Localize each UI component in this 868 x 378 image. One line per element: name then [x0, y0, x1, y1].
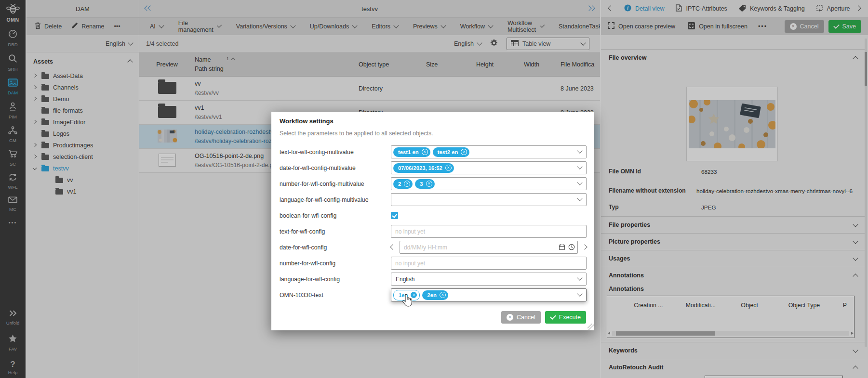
modal-title: Workflow settings [280, 117, 334, 125]
language-select[interactable]: English [391, 273, 587, 286]
text-input[interactable] [391, 225, 587, 238]
chevron-down-icon [577, 148, 582, 153]
text-multivalue-select[interactable]: test1 en× test2 en× [391, 145, 587, 158]
form-row: language-for-wfl-config-multivalue [280, 192, 587, 208]
remove-chip-icon[interactable]: × [445, 165, 452, 171]
chevron-down-icon [577, 275, 582, 280]
form-row: number-for-wfl-config [280, 255, 587, 271]
date-next-icon[interactable] [583, 243, 587, 252]
remove-chip-icon[interactable]: × [426, 181, 432, 187]
modal-execute-button[interactable]: Execute [545, 311, 586, 324]
modal-buttons: ×Cancel Execute [501, 311, 586, 324]
circle-x-icon: × [507, 314, 513, 321]
boolean-checkbox-checked[interactable] [391, 212, 398, 219]
omn-text-multivalue-select[interactable]: 1en× 2en× [391, 288, 587, 301]
remove-chip-icon[interactable]: × [440, 292, 446, 298]
form-row: date-for-wfl-config-multivalue 07/06/202… [280, 160, 587, 176]
form-row: date-for-wfl-config [280, 239, 587, 255]
workflow-settings-modal: Workflow settings Select the parameters … [271, 112, 594, 330]
chevron-down-icon [577, 164, 582, 169]
date-multivalue-select[interactable]: 07/06/2023, 16:52× [391, 161, 587, 174]
value-chip: 2× [393, 179, 413, 189]
app-screen: OMN DBD SRH DAM PIM CM SC WFL [0, 0, 868, 378]
clock-icon[interactable] [568, 244, 575, 252]
chevron-down-icon [577, 196, 582, 201]
remove-chip-icon[interactable]: × [404, 181, 410, 187]
value-chip: test2 en× [433, 147, 470, 157]
form-row: text-for-wfl-config-multivalue test1 en×… [280, 144, 587, 160]
date-input[interactable] [400, 241, 578, 254]
modal-form: text-for-wfl-config-multivalue test1 en×… [280, 144, 587, 303]
chevron-down-icon [577, 291, 582, 296]
modal-cancel-button[interactable]: ×Cancel [501, 311, 541, 324]
calendar-icon[interactable] [559, 244, 565, 252]
modal-resize-handle[interactable] [588, 324, 594, 330]
value-chip: 2en× [422, 290, 448, 300]
remove-chip-icon[interactable]: × [422, 149, 428, 155]
value-chip-hovered: 1en× [393, 290, 420, 300]
number-input[interactable] [391, 257, 587, 270]
value-chip: 07/06/2023, 16:52× [393, 163, 454, 173]
modal-subtitle: Select the parameters to be applied to a… [280, 130, 433, 137]
language-multivalue-select[interactable] [391, 193, 587, 206]
form-row: number-for-wfl-config-multivalue 2× 3× [280, 176, 587, 192]
form-row: OMN-10330-text 1en× 2en× [280, 287, 587, 303]
check-icon [550, 313, 556, 320]
form-row: boolean-for-wfl-config [280, 208, 587, 223]
form-row: text-for-wfl-config [280, 223, 587, 239]
value-chip: 3× [415, 179, 434, 189]
form-row: language-for-wfl-config English [280, 271, 587, 287]
remove-chip-icon[interactable]: × [461, 149, 467, 155]
date-prev-icon[interactable] [391, 243, 395, 252]
number-multivalue-select[interactable]: 2× 3× [391, 177, 587, 190]
remove-chip-icon[interactable]: × [411, 292, 417, 298]
value-chip: test1 en× [393, 147, 430, 157]
chevron-down-icon [577, 180, 582, 185]
